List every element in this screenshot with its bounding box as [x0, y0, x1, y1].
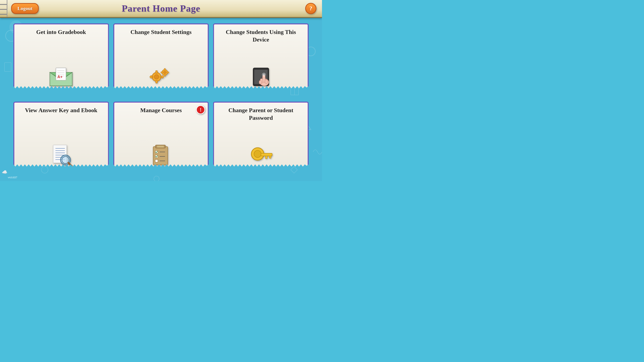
- svg-rect-71: [269, 156, 271, 158]
- device-icon: [249, 61, 273, 93]
- change-students-device-title: Change Students Using This Device: [217, 28, 304, 61]
- page-header: Logout Parent Home Page ?: [0, 0, 322, 18]
- version-label: v4.0.837: [8, 176, 17, 179]
- help-button[interactable]: ?: [305, 3, 316, 14]
- svg-rect-35: [164, 74, 166, 76]
- logout-button[interactable]: Logout: [11, 3, 39, 14]
- page-title: Parent Home Page: [122, 3, 200, 14]
- settings-icon: [149, 61, 173, 93]
- svg-rect-37: [167, 72, 169, 73]
- svg-point-23: [154, 75, 159, 79]
- student-settings-title: Change Student Settings: [130, 28, 192, 61]
- answer-key-title: View Answer Key and Ebook: [25, 107, 98, 139]
- gradebook-icon: A+: [49, 61, 73, 93]
- answerkey-icon: [49, 139, 73, 171]
- change-password-title: Change Parent or Student Password: [217, 107, 304, 139]
- alert-badge: !: [196, 105, 205, 114]
- change-students-device-card[interactable]: Change Students Using This Device: [213, 23, 308, 97]
- courses-icon: [150, 139, 172, 171]
- svg-point-33: [164, 71, 166, 74]
- password-icon: [249, 139, 273, 171]
- gradebook-card[interactable]: Get into Gradebook A+: [14, 23, 109, 97]
- svg-rect-60: [157, 146, 164, 147]
- gradebook-title: Get into Gradebook: [36, 28, 86, 61]
- svg-rect-24: [156, 71, 158, 73]
- svg-rect-44: [259, 80, 262, 84]
- svg-rect-65: [155, 160, 158, 162]
- change-password-card[interactable]: Change Parent or Student Password: [213, 102, 308, 175]
- svg-rect-25: [156, 80, 158, 83]
- answer-key-card[interactable]: View Answer Key and Ebook: [14, 102, 109, 175]
- svg-rect-70: [266, 156, 267, 159]
- manage-courses-title: Manage Courses: [140, 107, 182, 139]
- manage-courses-card[interactable]: ! Manage Courses: [113, 102, 209, 175]
- svg-point-46: [263, 74, 265, 75]
- svg-text:A+: A+: [58, 75, 63, 79]
- student-settings-card[interactable]: Change Student Settings: [113, 23, 209, 97]
- svg-rect-43: [265, 79, 268, 84]
- svg-rect-36: [161, 72, 163, 73]
- svg-rect-69: [261, 153, 272, 156]
- svg-point-68: [254, 150, 261, 158]
- cloud-icon: ☁️: [2, 169, 8, 175]
- main-grid: Get into Gradebook A+ Change: [0, 18, 322, 181]
- svg-rect-34: [164, 68, 166, 70]
